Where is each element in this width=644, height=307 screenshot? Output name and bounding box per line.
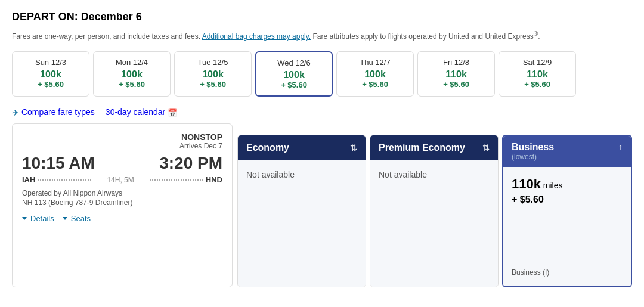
depart-header: DEPART ON: December 6 xyxy=(12,11,632,23)
depart-date: December 6 xyxy=(81,11,142,23)
date-fee-5: + $5.60 xyxy=(426,80,486,89)
route-line: IAH 14H, 5M HND xyxy=(22,175,222,184)
date-miles-0: 100k xyxy=(21,69,80,80)
date-miles-6: 110k xyxy=(507,69,567,80)
economy-label: Economy xyxy=(246,142,289,153)
date-fee-2: + $5.60 xyxy=(183,80,243,89)
arrive-airport: HND xyxy=(206,175,222,184)
business-header-text: Business (lowest) xyxy=(512,142,554,161)
flight-times: 10:15 AM 3:20 PM xyxy=(22,154,222,173)
business-price-section: 110k miles + $5.60 xyxy=(512,176,623,205)
chevron-down-icon-2 xyxy=(63,217,67,220)
business-header: Business (lowest) ↑ xyxy=(503,136,631,167)
seats-link[interactable]: Seats xyxy=(63,214,91,223)
business-fee: + $5.60 xyxy=(512,194,623,205)
arrive-time: 3:20 PM xyxy=(159,154,222,173)
business-lowest-label: (lowest) xyxy=(512,153,554,161)
depart-airport: IAH xyxy=(22,175,35,184)
date-card-3[interactable]: Wed 12/6 100k + $5.60 xyxy=(255,51,333,97)
left-section: ✈ Compare fare types 30-day calendar 📅 N… xyxy=(12,107,233,287)
stop-type: NONSTOP xyxy=(181,132,222,142)
premium-economy-column[interactable]: Premium Economy ⇅ Not available xyxy=(370,135,499,287)
toolbar-row: ✈ Compare fare types 30-day calendar 📅 xyxy=(12,107,233,123)
date-card-0[interactable]: Sun 12/3 100k + $5.60 xyxy=(12,51,89,97)
dotted-line xyxy=(38,179,91,181)
bag-charges-link[interactable]: Additional bag charges may apply. xyxy=(202,32,311,41)
business-label: Business xyxy=(512,142,554,153)
date-label-5: Fri 12/8 xyxy=(426,58,486,67)
plane-icon: ✈ xyxy=(12,108,19,117)
arrives-label: Arrives Dec 7 xyxy=(179,142,222,150)
premium-economy-header: Premium Economy ⇅ xyxy=(370,135,498,160)
compare-fare-types-link[interactable]: ✈ Compare fare types xyxy=(12,107,95,117)
date-label-0: Sun 12/3 xyxy=(21,58,80,67)
premium-economy-sort-icon[interactable]: ⇅ xyxy=(482,143,490,153)
date-miles-4: 100k xyxy=(345,69,405,80)
operated-by: Operated by All Nippon Airways xyxy=(22,189,222,197)
fare-columns: Economy ⇅ Not available Premium Economy … xyxy=(233,135,632,287)
premium-economy-body: Not available xyxy=(370,160,498,287)
chevron-down-icon xyxy=(22,217,27,220)
flight-number: NH 113 (Boeing 787-9 Dreamliner) xyxy=(22,199,222,207)
economy-not-available: Not available xyxy=(246,170,295,179)
date-fee-3: + $5.60 xyxy=(265,80,323,89)
fare-note: Fares are one-way, per person, and inclu… xyxy=(12,29,632,42)
business-price: 110k miles + $5.60 xyxy=(512,176,623,205)
business-body: 110k miles + $5.60 Business (I) xyxy=(503,167,631,286)
fare-note-text2: Fare attributes apply to flights operate… xyxy=(311,32,534,41)
content-row: ✈ Compare fare types 30-day calendar 📅 N… xyxy=(12,107,632,287)
date-card-1[interactable]: Mon 12/4 100k + $5.60 xyxy=(93,51,171,97)
date-card-5[interactable]: Fri 12/8 110k + $5.60 xyxy=(417,51,495,97)
depart-label: DEPART ON: xyxy=(12,11,78,23)
details-label: Details xyxy=(30,214,54,223)
date-label-2: Tue 12/5 xyxy=(183,58,243,67)
date-fee-6: + $5.60 xyxy=(507,80,567,89)
date-label-4: Thu 12/7 xyxy=(345,58,405,67)
premium-economy-not-available: Not available xyxy=(379,170,427,179)
business-miles-unit: miles xyxy=(541,181,563,190)
business-class-label: Business (I) xyxy=(512,262,623,277)
economy-body: Not available xyxy=(238,160,366,287)
business-column[interactable]: Business (lowest) ↑ 110k miles + $5.60 B… xyxy=(502,135,632,287)
date-miles-3: 100k xyxy=(265,70,323,80)
details-link[interactable]: Details xyxy=(22,214,54,223)
date-label-3: Wed 12/6 xyxy=(265,58,323,67)
flight-card: NONSTOP Arrives Dec 7 10:15 AM 3:20 PM I… xyxy=(12,123,233,287)
premium-economy-label: Premium Economy xyxy=(379,142,465,153)
date-card-2[interactable]: Tue 12/5 100k + $5.60 xyxy=(174,51,252,97)
fare-note-text3: . xyxy=(538,32,540,41)
business-sort-icon[interactable]: ↑ xyxy=(618,142,623,151)
flight-links: Details Seats xyxy=(22,214,222,223)
depart-time: 10:15 AM xyxy=(22,154,95,173)
date-fee-1: + $5.60 xyxy=(102,80,162,89)
date-selector: Sun 12/3 100k + $5.60 Mon 12/4 100k + $5… xyxy=(12,51,632,97)
date-label-1: Mon 12/4 xyxy=(102,58,162,67)
economy-sort-icon[interactable]: ⇅ xyxy=(350,143,357,153)
date-miles-1: 100k xyxy=(102,69,162,80)
seats-label: Seats xyxy=(71,214,91,223)
date-miles-2: 100k xyxy=(183,69,243,80)
economy-column[interactable]: Economy ⇅ Not available xyxy=(237,135,366,287)
calendar-icon: 📅 xyxy=(168,108,177,117)
fare-note-text1: Fares are one-way, per person, and inclu… xyxy=(12,32,202,41)
calendar-label: 30-day calendar xyxy=(106,107,165,117)
business-miles: 110k xyxy=(512,176,541,191)
date-card-6[interactable]: Sat 12/9 110k + $5.60 xyxy=(499,51,576,97)
calendar-link[interactable]: 30-day calendar 📅 xyxy=(106,107,177,117)
date-card-4[interactable]: Thu 12/7 100k + $5.60 xyxy=(336,51,414,97)
date-label-6: Sat 12/9 xyxy=(507,58,567,67)
compare-fares-label: Compare fare types xyxy=(21,107,95,117)
economy-header: Economy ⇅ xyxy=(238,135,366,160)
date-fee-0: + $5.60 xyxy=(21,80,80,89)
flight-duration: 14H, 5M xyxy=(94,176,147,184)
dotted-line-2 xyxy=(150,179,203,181)
date-miles-5: 110k xyxy=(426,69,486,80)
date-fee-4: + $5.60 xyxy=(345,80,405,89)
